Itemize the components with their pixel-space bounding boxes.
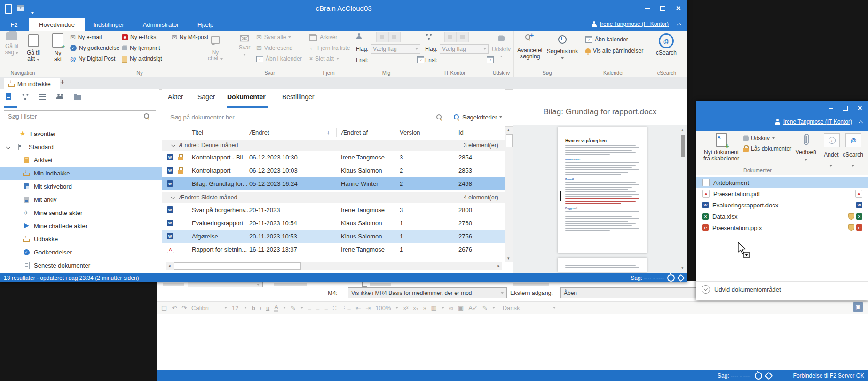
scroll-down-icon[interactable]: ▾	[681, 266, 684, 270]
panel-csearch-button[interactable]: @	[845, 133, 861, 147]
scroll-up-icon[interactable]: ▴	[507, 128, 510, 132]
sidebar-item-mit-arkiv[interactable]: Mit arkiv	[0, 193, 181, 206]
flag-select[interactable]: Vælg flag	[371, 44, 420, 54]
edit-icon[interactable]: ✎	[482, 304, 488, 311]
tab-indstillinger[interactable]: Indstillinger	[87, 18, 130, 31]
language-select[interactable]: Dansk	[503, 304, 520, 311]
units-view-icon[interactable]	[21, 93, 30, 100]
sidebar-item-godkendelser[interactable]: ✓Godkendelser	[0, 246, 181, 259]
column-aendret[interactable]: Ændret	[249, 129, 269, 136]
new-chat-button[interactable]: Ny chat	[205, 32, 226, 62]
clipped-checkbox[interactable]	[362, 282, 367, 287]
spellcheck-icon[interactable]: A✓	[468, 304, 478, 311]
tag-icon[interactable]	[765, 372, 773, 380]
document-row-highlighted[interactable]: W Afgørelse 20-11-2023 10:53 Klaus Salom…	[162, 230, 505, 243]
print-button[interactable]: Udskriv	[490, 32, 513, 59]
delete-record-button[interactable]: ×Slet akt	[309, 54, 339, 64]
panel-user-link[interactable]: Irene Tangmose (IT Kontor)	[783, 119, 852, 125]
subscript-icon[interactable]: x₂	[413, 304, 418, 311]
strikethrough-icon[interactable]: s	[423, 304, 426, 311]
superscript-icon[interactable]: x²	[403, 304, 408, 311]
align-center-icon[interactable]: ≡	[316, 304, 320, 311]
sidebar-item-min-indbakke[interactable]: Min indbakke	[0, 167, 181, 180]
new-remote-print-button[interactable]: Ny fjernprint	[122, 43, 160, 53]
sidebar-item-mine-sendte-akter[interactable]: ✈Mine sendte akter	[0, 206, 181, 219]
minimize-button[interactable]	[645, 8, 650, 9]
collapse-group-icon[interactable]	[171, 195, 175, 199]
stopwatch-icon[interactable]	[667, 274, 675, 282]
indent-decrease-icon[interactable]: ⇤	[355, 304, 361, 311]
scroll-right-icon[interactable]: ▸	[497, 264, 500, 268]
tab-dokumenter[interactable]: Dokumenter	[227, 93, 266, 101]
group-row-denne-maaned[interactable]: Ændret: Denne måned 3 element(er)	[162, 140, 505, 151]
redo-icon[interactable]: ↷	[181, 304, 187, 311]
scroll-down-icon[interactable]: ▾	[507, 256, 510, 261]
other-dropdown-icon[interactable]	[829, 165, 832, 167]
stopwatch-icon[interactable]	[755, 372, 762, 380]
goto-case-button[interactable]: Gå til sag	[2, 32, 22, 56]
image-icon[interactable]: ▣	[458, 304, 464, 311]
collapse-panel-icon[interactable]	[859, 121, 863, 126]
document-row[interactable]: A Rapport for sletnin... 16-11-2023 13:3…	[162, 243, 505, 256]
new-document-from-template-button[interactable]: A + Nyt dokument fra skabeloner	[700, 133, 743, 162]
list-view-icon[interactable]	[39, 94, 46, 100]
new-approval-button[interactable]: ✓Ny godkendelse	[70, 43, 119, 53]
search-documents-input[interactable]	[166, 111, 449, 123]
document-row[interactable]: W Svar på borgerhenv... 20-11-2023 Irene…	[162, 203, 505, 216]
new-digital-post-button[interactable]: @Ny Digital Post	[70, 54, 115, 64]
scroll-up-icon[interactable]: ▴	[681, 128, 684, 132]
show-reminders-button[interactable]: Vis alle påmindelser	[585, 46, 643, 56]
search-history-button[interactable]: Søgehistorik	[545, 32, 579, 61]
maximize-button[interactable]	[660, 6, 665, 11]
sidebar-item-mit-skrivebord[interactable]: Mit skrivebord	[0, 180, 181, 193]
flag-select[interactable]: Vælg flag	[440, 44, 489, 54]
cases-view-icon[interactable]	[74, 95, 81, 100]
archive-button[interactable]: Arkivér	[309, 32, 337, 42]
table-icon[interactable]: ▦	[431, 304, 436, 311]
maximize-button[interactable]	[843, 106, 848, 111]
deadline-quick-button[interactable]	[457, 32, 469, 42]
tag-icon[interactable]	[677, 274, 685, 282]
collapse-group-icon[interactable]	[171, 143, 175, 147]
reply-all-button[interactable]: ✉Svar alle	[256, 32, 291, 42]
horizontal-scrollbar[interactable]: ◂ ▸	[166, 262, 502, 270]
tab-akter[interactable]: Akter	[168, 93, 183, 101]
chevron-down-icon[interactable]	[6, 144, 11, 149]
new-eboks-button[interactable]: eNy e-Boks	[122, 32, 156, 42]
zoom-select[interactable]: 100%	[375, 304, 391, 311]
expand-editor-icon[interactable]: ▣	[853, 302, 863, 312]
new-email-button[interactable]: ✉Ny e-mail	[70, 32, 102, 42]
sidebar-item-favoritter[interactable]: ★Favoritter	[0, 127, 178, 140]
new-record-button[interactable]: + Ny akt	[47, 32, 68, 63]
italic-icon[interactable]: i	[260, 304, 261, 311]
csearch-dropdown-icon[interactable]	[852, 165, 854, 167]
current-user-link[interactable]: Irene Tangmose (IT Kontor)	[600, 21, 669, 27]
panel-file-row[interactable]: WEvalueringsrapport.docx W	[696, 199, 868, 211]
align-left-icon[interactable]: ≡	[308, 304, 312, 311]
reply-button[interactable]: ✉ Svar	[235, 32, 254, 57]
attach-button[interactable]: Vedhæft	[793, 133, 819, 162]
font-size-select[interactable]: 12	[232, 304, 239, 311]
sidebar-item-arkivet[interactable]: Arkivet	[0, 153, 181, 167]
scroll-left-icon[interactable]: ◂	[168, 264, 171, 268]
new-foi-button[interactable]: Ny aktindsigt	[122, 54, 162, 64]
panel-print-button[interactable]: Udskriv	[743, 134, 775, 143]
lists-view-icon[interactable]	[6, 93, 11, 100]
group-row-sidste-maaned[interactable]: Ændret: Sidste måned 4 element(er)	[162, 192, 505, 203]
panel-file-row[interactable]: APræsentation.pdf A	[696, 188, 868, 199]
close-button[interactable]	[858, 106, 862, 111]
bullet-list-icon[interactable]: ∷	[333, 304, 337, 311]
column-aendret-af[interactable]: Ændret af	[341, 129, 368, 136]
bold-icon[interactable]: b	[252, 304, 255, 311]
other-button[interactable]: i	[824, 133, 840, 147]
flag-quick-button[interactable]	[376, 32, 388, 42]
undo-icon[interactable]: ↶	[172, 304, 177, 311]
align-right-icon[interactable]: ≡	[324, 304, 328, 311]
sidebar-item-mine-chattede-akter[interactable]: Mine chattede akter	[0, 219, 181, 232]
remove-from-list-button[interactable]: ←Fjern fra liste	[309, 43, 350, 53]
link-icon[interactable]: ∞	[449, 304, 453, 311]
lock-documents-button[interactable]: Lås dokumenter	[743, 144, 791, 153]
document-row[interactable]: W Kontrolrapport 06-12-2023 10:03 Klaus …	[162, 164, 505, 177]
font-select[interactable]: Calibri	[191, 304, 220, 311]
expand-document-area-button[interactable]: Udvid dokumentområdet	[702, 285, 781, 294]
